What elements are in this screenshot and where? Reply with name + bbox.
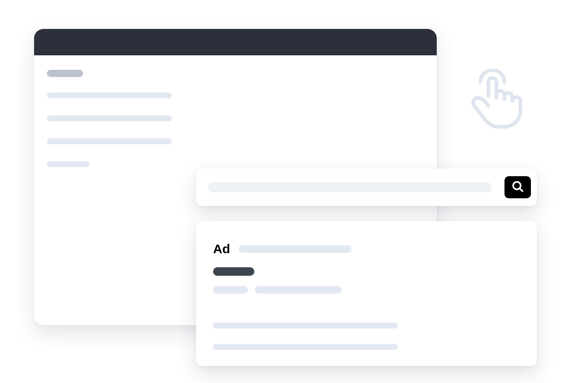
placeholder-ad-desc-line (213, 323, 398, 329)
svg-line-1 (519, 188, 522, 191)
placeholder-line (47, 92, 172, 98)
search-bar-card (196, 169, 537, 206)
browser-content (34, 55, 437, 167)
placeholder-ad-url (213, 267, 254, 276)
placeholder-line-short (47, 161, 89, 167)
window-title-bar (34, 29, 437, 55)
placeholder-line (47, 138, 172, 144)
placeholder-ad-desc-line (213, 344, 398, 350)
search-icon (511, 180, 524, 194)
placeholder-line (47, 115, 172, 121)
search-input[interactable] (208, 182, 492, 192)
placeholder-ad-meta (213, 286, 248, 294)
placeholder-ad-meta (255, 286, 342, 294)
placeholder-heading (47, 70, 83, 77)
ad-result-title-row: Ad (213, 242, 520, 256)
search-result-ad-card: Ad (196, 221, 537, 366)
search-button[interactable] (504, 176, 531, 198)
placeholder-ad-title (239, 245, 352, 253)
tap-icon (464, 69, 528, 134)
ad-label: Ad (213, 242, 230, 256)
